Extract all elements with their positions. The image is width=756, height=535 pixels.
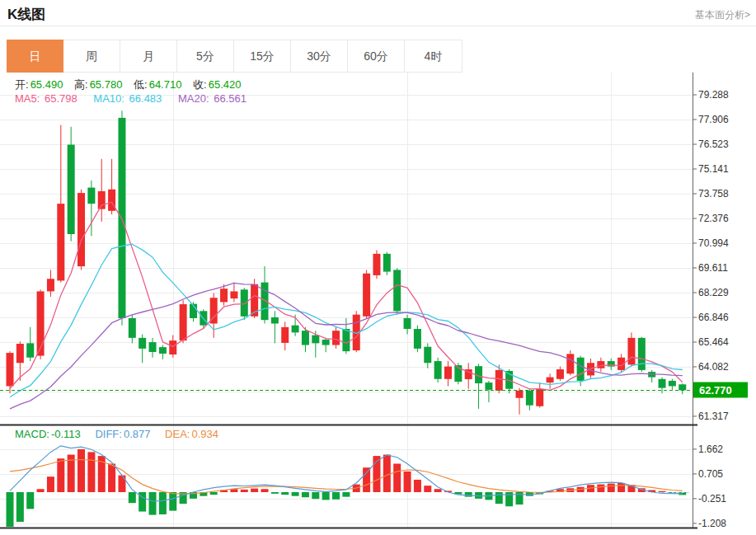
svg-text:70.994: 70.994: [698, 237, 729, 249]
svg-text:64.082: 64.082: [698, 361, 729, 373]
svg-text:62.770: 62.770: [699, 384, 732, 397]
kline-page: { "page": { "title": "K线图", "fundamental…: [0, 0, 756, 535]
svg-text:66.846: 66.846: [698, 312, 729, 323]
ma20-value: MA20: 66.561: [178, 92, 248, 105]
svg-text:77.906: 77.906: [698, 114, 729, 125]
macd-readout: MACD:-0.113 DIFF:0.877 DEA:0.934: [15, 428, 222, 440]
svg-text:61.317: 61.317: [698, 411, 729, 422]
ma10-value: MA10: 66.483: [93, 92, 163, 105]
ma5-value: MA5: 65.798: [15, 92, 79, 105]
close-label: 收:: [193, 78, 207, 91]
svg-text:1.662: 1.662: [698, 443, 723, 455]
high-label: 高:: [74, 78, 88, 91]
macd-value: MACD:-0.113: [15, 428, 82, 440]
low-value: 64.710: [149, 78, 182, 91]
ma-readout: MA5: 65.798 MA10: 66.483 MA20: 66.561: [15, 92, 250, 105]
high-value: 65.780: [90, 78, 123, 91]
close-value: 65.420: [209, 78, 242, 91]
svg-text:-0.251: -0.251: [698, 493, 726, 504]
svg-text:68.229: 68.229: [698, 287, 729, 298]
svg-text:-1.208: -1.208: [698, 518, 726, 529]
svg-text:79.288: 79.288: [698, 89, 729, 101]
diff-value: DIFF:0.877: [95, 428, 152, 440]
open-value: 65.490: [31, 78, 63, 91]
svg-text:65.464: 65.464: [698, 336, 729, 348]
open-label: 开:: [15, 78, 29, 91]
svg-text:73.758: 73.758: [698, 188, 729, 199]
svg-text:76.523: 76.523: [698, 138, 729, 150]
svg-text:75.141: 75.141: [698, 163, 729, 175]
svg-text:69.611: 69.611: [698, 262, 728, 274]
svg-text:0.705: 0.705: [698, 468, 723, 480]
svg-text:72.376: 72.376: [698, 213, 729, 224]
dea-value: DEA:0.934: [165, 428, 220, 440]
low-label: 低:: [134, 78, 148, 91]
ohlc-readout: 开:65.490 高:65.780 低:64.710 收:65.420: [15, 77, 249, 92]
